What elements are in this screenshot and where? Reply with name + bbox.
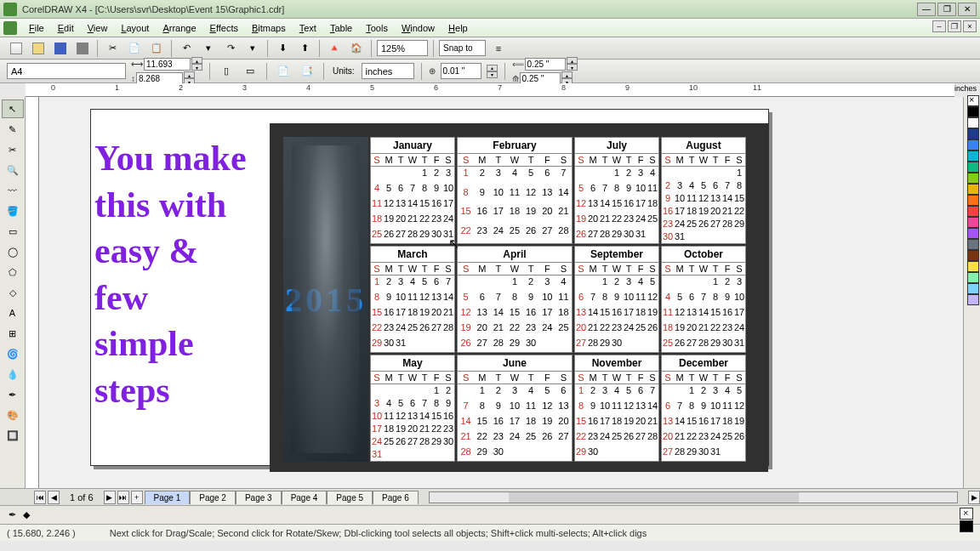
redo-button[interactable]: ↷ [221,39,240,58]
menu-file[interactable]: File [22,21,51,35]
export-button[interactable]: ⬆ [295,39,314,58]
copy-button[interactable]: 📄 [125,39,144,58]
last-page-button[interactable]: ⏭ [117,491,129,504]
minimize-button[interactable]: — [917,3,936,16]
page[interactable]: You makethis witheasy &fewsimplesteps Ja… [90,109,769,466]
color-swatch[interactable] [967,139,979,151]
color-swatch[interactable] [967,106,979,117]
month-september[interactable]: SeptemberSMTWTFS123456789101112131415161… [574,246,659,353]
close-button[interactable]: ✕ [958,3,977,16]
color-swatch[interactable] [967,117,979,128]
month-december[interactable]: DecemberSMTWTFS1234567891011121314151617… [661,355,746,462]
print-button[interactable] [73,39,92,58]
horizontal-ruler[interactable]: 01234567891011 [26,83,954,97]
fill-tool[interactable]: 🎨 [2,406,24,424]
rectangle-tool[interactable]: ▭ [2,222,24,241]
import-button[interactable]: ⬇ [273,39,292,58]
horizontal-scrollbar[interactable] [429,491,958,503]
canvas[interactable]: You makethis witheasy &fewsimplesteps Ja… [39,97,963,488]
save-button[interactable] [51,39,70,58]
color-swatch[interactable] [967,151,979,162]
color-swatch[interactable] [967,184,979,195]
first-page-button[interactable]: ⏮ [34,491,46,504]
calendar-center-image[interactable]: 2015 [283,137,368,462]
app-launcher-button[interactable]: 🔺 [325,39,344,58]
crop-tool[interactable]: ✂ [2,140,24,159]
doc-close-button[interactable]: × [963,20,977,32]
color-swatch[interactable] [967,294,979,305]
page-width-input[interactable] [144,58,191,71]
welcome-button[interactable]: 🏠 [347,39,366,58]
pick-tool[interactable]: ↖ [2,99,24,118]
menu-window[interactable]: Window [395,21,442,35]
month-march[interactable]: MarchSMTWTFS1234567891011121314151617181… [370,246,455,353]
new-button[interactable] [7,39,26,58]
all-pages-button[interactable]: 📄 [274,62,293,81]
undo-button[interactable]: ↶ [177,39,196,58]
menu-table[interactable]: Table [323,21,359,35]
redo-dropdown[interactable]: ▾ [243,39,262,58]
page-tab-2[interactable]: Page 2 [190,491,236,504]
eyedropper-tool[interactable]: 💧 [2,365,24,383]
add-page-button[interactable]: + [131,491,143,504]
zoom-tool[interactable]: 🔍 [2,161,24,179]
color-swatch[interactable] [967,228,979,239]
page-tab-5[interactable]: Page 5 [327,491,373,504]
outline-color-icon[interactable]: ✒ [9,509,16,520]
month-august[interactable]: AugustSMTWTFS123456789101112131415161718… [661,137,746,244]
scroll-right-button[interactable]: ▶ [968,491,980,504]
units-select[interactable] [362,63,414,79]
snap-to-select[interactable] [439,40,486,56]
freehand-tool[interactable]: 〰 [2,181,24,200]
month-october[interactable]: OctoberSMTWTFS12345678910111213141516171… [661,246,746,353]
ellipse-tool[interactable]: ◯ [2,242,24,261]
current-page-button[interactable]: 📑 [298,62,316,81]
menu-arrange[interactable]: Arrange [156,21,202,35]
decorative-text-object[interactable]: You makethis witheasy &fewsimplesteps [94,135,247,414]
color-swatch[interactable] [967,128,979,139]
menu-help[interactable]: Help [442,21,475,35]
page-tab-6[interactable]: Page 6 [373,491,419,504]
month-july[interactable]: JulySMTWTFS12345678910111213141516171819… [574,137,659,244]
color-swatch[interactable] [967,162,979,173]
calendar-object[interactable]: JanuarySMTWTFS12345678910111213141516171… [270,123,768,472]
basic-shapes-tool[interactable]: ◇ [2,283,24,302]
interactive-tool[interactable]: 🌀 [2,344,24,363]
menu-bitmaps[interactable]: Bitmaps [245,21,293,35]
month-november[interactable]: NovemberSMTWTFS1234567891011121314151617… [574,355,659,462]
page-tab-1[interactable]: Page 1 [145,491,191,504]
page-tab-3[interactable]: Page 3 [236,491,282,504]
smart-fill-tool[interactable]: 🪣 [2,202,24,220]
menu-view[interactable]: View [81,21,115,35]
duplicate-x-input[interactable] [525,58,566,71]
table-tool[interactable]: ⊞ [2,324,24,343]
text-tool[interactable]: A [2,304,24,322]
outline-swatch[interactable] [960,520,973,532]
nudge-distance-input[interactable] [441,63,481,79]
options-button[interactable]: ≡ [489,39,508,58]
menu-edit[interactable]: Edit [51,21,81,35]
maximize-button[interactable]: ❐ [937,3,956,16]
portrait-button[interactable]: ▯ [217,62,236,81]
fill-color-icon[interactable]: ◆ [23,509,30,520]
fill-swatch[interactable]: × [960,508,973,520]
month-january[interactable]: JanuarySMTWTFS12345678910111213141516171… [370,137,455,244]
no-color-swatch[interactable]: × [967,95,979,106]
vertical-ruler[interactable] [26,97,39,488]
doc-minimize-button[interactable]: – [932,20,946,32]
menu-tools[interactable]: Tools [359,21,395,35]
landscape-button[interactable]: ▭ [241,62,259,81]
color-swatch[interactable] [967,217,979,228]
color-swatch[interactable] [967,206,979,217]
color-swatch[interactable] [967,250,979,261]
paste-button[interactable]: 📋 [147,39,166,58]
month-april[interactable]: AprilSMTWTFS1234567891011121314151617181… [457,246,573,353]
menu-text[interactable]: Text [293,21,323,35]
next-page-button[interactable]: ▶ [104,491,116,504]
color-swatch[interactable] [967,283,979,294]
month-may[interactable]: MaySMTWTFS123456789101112131415161718192… [370,355,455,462]
color-swatch[interactable] [967,261,979,272]
interactive-fill-tool[interactable]: 🔲 [2,426,24,445]
color-swatch[interactable] [967,173,979,184]
page-tab-4[interactable]: Page 4 [282,491,328,504]
